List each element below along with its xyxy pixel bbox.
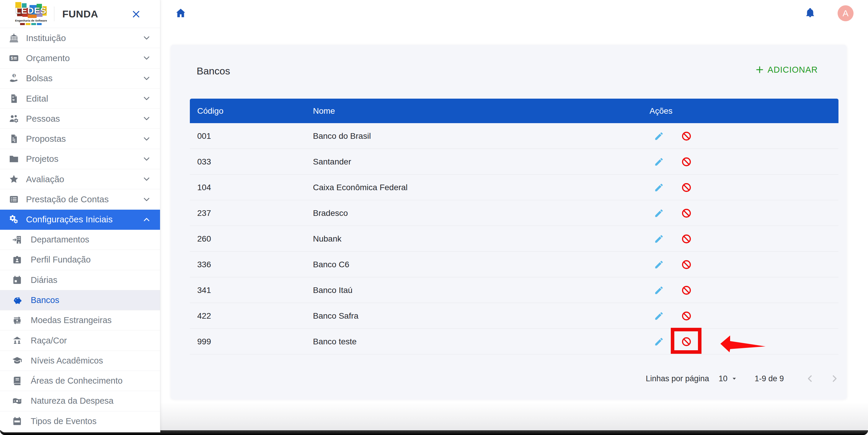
sidebar-item[interactable]: Configurações Iniciais [0, 210, 160, 230]
disable-ban-icon[interactable] [681, 131, 691, 141]
chevron-icon [143, 155, 151, 163]
sidebar-item-icon: $ [8, 53, 20, 63]
sidebar-item-icon [8, 214, 20, 224]
add-button[interactable]: ADICIONAR [755, 64, 818, 75]
sidebar-item[interactable]: Projetos [0, 149, 160, 169]
edit-pencil-icon[interactable] [654, 285, 664, 295]
bank-code: 001 [197, 123, 211, 149]
sidebar-subitem-label: Níveis Acadêmicos [31, 356, 160, 366]
chevron-icon [143, 34, 151, 42]
chevron-icon [143, 94, 151, 102]
edit-pencil-icon[interactable] [654, 131, 664, 141]
sidebar-item-icon [8, 33, 20, 43]
bank-code: 033 [197, 149, 211, 175]
sidebar-subitem[interactable]: Bancos [0, 290, 160, 310]
sidebar-item[interactable]: Pessoas [0, 109, 160, 129]
disable-ban-icon[interactable] [681, 208, 691, 218]
svg-text:$: $ [11, 56, 13, 61]
sidebar-subitem[interactable]: Natureza da Despesa [0, 391, 160, 411]
sidebar-subitem[interactable]: Departamentos [0, 230, 160, 250]
sidebar-item-label: Pessoas [26, 114, 143, 124]
row-actions [654, 200, 691, 226]
edit-pencil-icon[interactable] [654, 157, 664, 167]
bancos-card: Bancos ADICIONAR Código Nome Ações 001 B… [170, 45, 847, 399]
bank-name: Banco Itaú [313, 277, 352, 303]
table-body: 001 Banco do Brasil 033 Santander [190, 123, 838, 354]
sidebar-item-icon [8, 174, 20, 184]
column-header-acoes: Ações [650, 99, 673, 123]
next-page-icon[interactable] [829, 374, 839, 383]
sidebar-item[interactable]: Propostas [0, 129, 160, 149]
sidebar-subitem[interactable]: Diárias [0, 270, 160, 290]
sidebar-item[interactable]: Avaliação [0, 169, 160, 189]
row-actions [654, 303, 691, 329]
sidebar-item-label: Bolsas [26, 73, 143, 83]
sidebar-item[interactable]: Edital [0, 89, 160, 109]
sidebar-item-label: Configurações Iniciais [26, 214, 143, 224]
sidebar-item-label: Prestação de Contas [26, 194, 143, 204]
previous-page-icon[interactable] [805, 374, 815, 383]
app-window: LEDES Engenharia de Software FUNDA Insti… [0, 0, 868, 432]
row-actions [654, 123, 691, 149]
sidebar-item[interactable]: Prestação de Contas [0, 189, 160, 209]
notifications-bell-icon[interactable] [805, 7, 815, 18]
sidebar-item-icon [8, 194, 20, 204]
disable-ban-icon[interactable] [681, 183, 691, 192]
sidebar-submenu: Departamentos Perfil Fundação Diárias Ba… [0, 230, 160, 431]
rows-per-page-select[interactable]: 10 [719, 374, 738, 383]
bank-code: 999 [197, 329, 211, 354]
bank-code: 341 [197, 277, 211, 303]
sidebar-menu: Instituição $ Orçamento $ Bolsas Edital [0, 28, 160, 230]
column-header-nome: Nome [313, 99, 335, 123]
sidebar-item-icon [8, 154, 20, 164]
disable-ban-icon[interactable] [681, 157, 691, 167]
bank-name: Banco teste [313, 329, 356, 354]
chevron-icon [143, 216, 151, 223]
edit-pencil-icon[interactable] [654, 234, 664, 244]
sidebar-item[interactable]: $ Orçamento [0, 48, 160, 68]
brand-name: FUNDA [62, 8, 98, 20]
bank-name: Nubank [313, 226, 342, 252]
sidebar-item-label: Orçamento [26, 53, 143, 63]
bank-code: 237 [197, 200, 211, 226]
sidebar-item[interactable]: Instituição [0, 28, 160, 48]
edit-pencil-icon[interactable] [654, 183, 664, 192]
sidebar-subitem[interactable]: Níveis Acadêmicos [0, 351, 160, 371]
sidebar-subitem[interactable]: Perfil Fundação [0, 250, 160, 270]
disable-ban-icon[interactable] [681, 285, 691, 295]
add-button-label: ADICIONAR [768, 65, 818, 75]
bank-name: Bradesco [313, 200, 348, 226]
sidebar-subitem[interactable]: Áreas de Conhecimento [0, 371, 160, 391]
table-row: 104 Caixa Econômica Federal [190, 175, 838, 200]
sidebar-item-icon [8, 134, 20, 144]
edit-pencil-icon[interactable] [654, 208, 664, 218]
sidebar-subitem-icon [11, 416, 23, 426]
sidebar-item[interactable]: $ Bolsas [0, 68, 160, 89]
disable-ban-icon[interactable] [681, 234, 691, 244]
sidebar-item-label: Instituição [26, 33, 143, 43]
pagination-range: 1-9 de 9 [755, 374, 784, 383]
table-row: 341 Banco Itaú [190, 277, 838, 303]
sidebar-subitem[interactable]: Moedas Estrangeiras [0, 310, 160, 331]
sidebar-subitem[interactable]: Raça/Cor [0, 331, 160, 350]
bank-name: Santander [313, 149, 351, 175]
edit-pencil-icon[interactable] [654, 259, 664, 270]
app-logo: LEDES Engenharia de Software [15, 2, 47, 26]
table-row: 422 Banco Safra [190, 303, 838, 329]
plus-icon [755, 65, 764, 74]
close-sidebar-icon[interactable] [131, 9, 141, 19]
sidebar-subitem-label: Perfil Fundação [31, 255, 160, 265]
sidebar-subitem-label: Tipos de Eventos [31, 416, 160, 426]
sidebar-item-label: Edital [26, 94, 143, 104]
disable-ban-icon[interactable] [681, 311, 691, 321]
home-icon[interactable] [175, 7, 186, 19]
row-actions [654, 175, 691, 200]
edit-pencil-icon[interactable] [654, 337, 664, 347]
avatar[interactable]: A [838, 5, 854, 21]
sidebar-subitem-icon [11, 376, 23, 386]
edit-pencil-icon[interactable] [654, 311, 664, 321]
rows-per-page-label: Linhas por página [646, 374, 709, 383]
sidebar-subitem-label: Raça/Cor [31, 336, 160, 345]
sidebar-subitem[interactable]: Tipos de Eventos [0, 411, 160, 431]
disable-ban-icon[interactable] [681, 259, 691, 270]
